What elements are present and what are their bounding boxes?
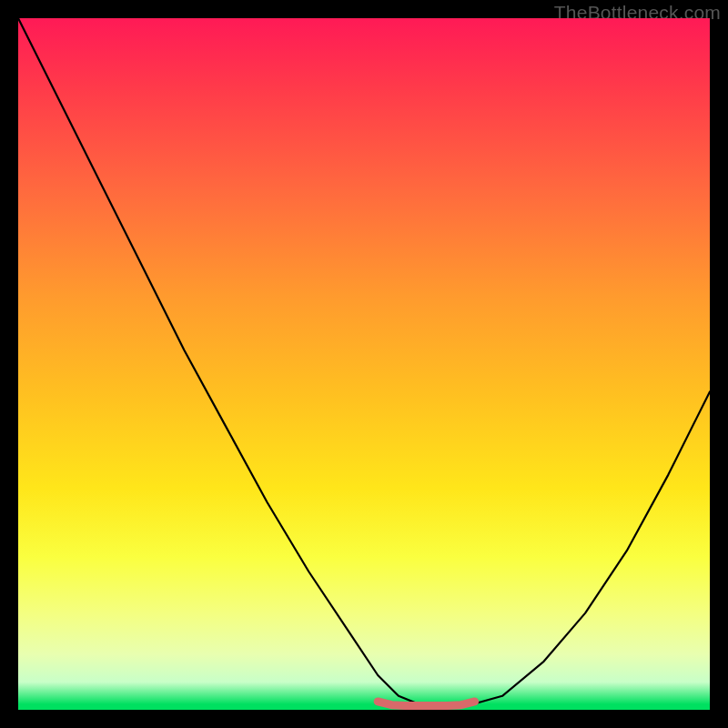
floor-marker bbox=[378, 702, 474, 706]
bottleneck-curve bbox=[18, 18, 710, 705]
chart-svg bbox=[18, 18, 710, 710]
stage: TheBottleneck.com bbox=[0, 0, 728, 728]
plot-area bbox=[18, 18, 710, 710]
